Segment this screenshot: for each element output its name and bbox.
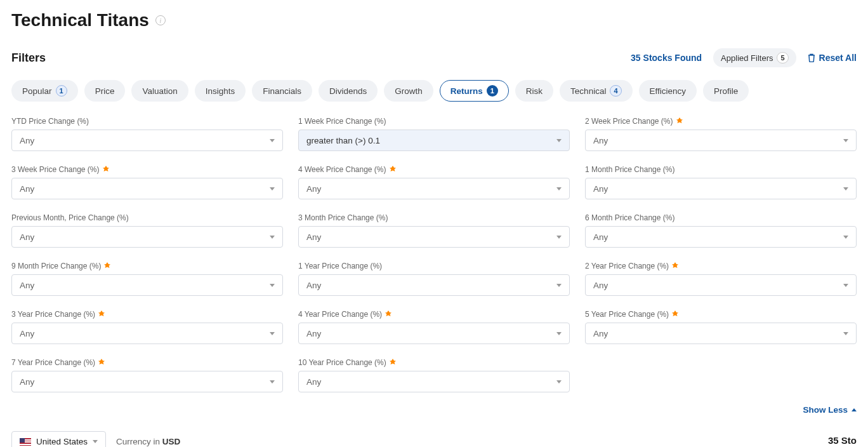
filter-label: 1 Year Price Change (%) <box>298 262 570 270</box>
filter-select[interactable]: Any <box>585 226 857 248</box>
filter-item: 1 Month Price Change (%)Any <box>585 165 857 199</box>
filter-item: 2 Week Price Change (%)Any <box>585 117 857 151</box>
premium-icon <box>671 310 679 319</box>
filter-select[interactable]: Any <box>298 371 570 392</box>
pill-label: Profile <box>714 86 738 96</box>
pill-profile[interactable]: Profile <box>703 80 749 102</box>
filter-item: 10 Year Price Change (%)Any <box>298 358 570 392</box>
filter-item: 1 Year Price Change (%)Any <box>298 262 570 296</box>
pill-financials[interactable]: Financials <box>252 80 312 102</box>
info-icon[interactable]: i <box>155 15 166 25</box>
filter-item: 1 Week Price Change (%)greater than (>) … <box>298 117 570 151</box>
filter-select[interactable]: Any <box>585 323 857 344</box>
premium-icon <box>102 165 110 174</box>
show-less-button[interactable]: Show Less <box>803 405 857 415</box>
filter-label: 5 Year Price Change (%) <box>585 310 857 319</box>
filter-select[interactable]: Any <box>11 178 283 199</box>
filter-value: Any <box>593 136 608 145</box>
pill-popular[interactable]: Popular1 <box>11 80 78 102</box>
filter-value: Any <box>20 329 34 338</box>
filter-label: 3 Month Price Change (%) <box>298 213 570 222</box>
filter-value: Any <box>20 136 34 145</box>
filter-select[interactable]: Any <box>585 130 857 151</box>
filter-value: Any <box>306 184 321 194</box>
filter-select[interactable]: Any <box>11 323 283 344</box>
chevron-up-icon <box>852 408 857 411</box>
country-select[interactable]: United States <box>11 431 106 447</box>
filter-item: 3 Month Price Change (%)Any <box>298 213 570 248</box>
pill-insights[interactable]: Insights <box>195 80 246 102</box>
pill-label: Insights <box>206 86 235 96</box>
filter-select[interactable]: Any <box>585 274 857 296</box>
filter-item: 7 Year Price Change (%)Any <box>11 358 283 392</box>
filter-label: 1 Month Price Change (%) <box>585 165 857 174</box>
chevron-down-icon <box>556 332 562 335</box>
pill-efficiency[interactable]: Efficiency <box>639 80 697 102</box>
filter-label: 3 Year Price Change (%) <box>11 310 283 319</box>
filter-select[interactable]: Any <box>585 178 857 199</box>
chevron-down-icon <box>843 284 848 287</box>
pill-label: Returns <box>450 86 483 96</box>
filter-item: 3 Year Price Change (%)Any <box>11 310 283 344</box>
chevron-down-icon <box>556 236 562 239</box>
filter-item: Previous Month, Price Change (%)Any <box>11 213 283 248</box>
premium-icon <box>103 262 111 270</box>
filter-select[interactable]: Any <box>298 323 570 344</box>
filter-value: Any <box>306 329 321 338</box>
applied-filters-pill[interactable]: Applied Filters 5 <box>713 48 796 67</box>
page-title: Technical Titans <box>11 10 149 30</box>
filter-value: greater than (>) 0.1 <box>306 136 380 145</box>
pill-label: Dividends <box>329 86 367 96</box>
filter-item: 9 Month Price Change (%)Any <box>11 262 283 296</box>
pill-returns[interactable]: Returns1 <box>440 80 509 102</box>
pill-technical[interactable]: Technical4 <box>560 80 632 102</box>
filter-value: Any <box>593 329 608 338</box>
premium-icon <box>385 310 392 319</box>
pill-label: Valuation <box>142 86 177 96</box>
reset-all-button[interactable]: Reset All <box>808 53 857 63</box>
filter-item: YTD Price Change (%)Any <box>11 117 283 151</box>
pill-growth[interactable]: Growth <box>384 80 433 102</box>
pill-dividends[interactable]: Dividends <box>319 80 378 102</box>
pill-valuation[interactable]: Valuation <box>131 80 188 102</box>
filter-label: 4 Year Price Change (%) <box>298 310 570 319</box>
filter-select[interactable]: Any <box>11 371 283 392</box>
filter-select[interactable]: Any <box>298 274 570 296</box>
filter-label: 10 Year Price Change (%) <box>298 358 570 367</box>
filter-select[interactable]: Any <box>11 274 283 296</box>
chevron-down-icon <box>843 187 848 190</box>
filter-value: Any <box>20 184 34 194</box>
filter-select[interactable]: Any <box>298 226 570 248</box>
currency-label: Currency in USD <box>116 437 180 446</box>
filter-value: Any <box>20 232 34 242</box>
filter-value: Any <box>593 281 608 290</box>
category-pills-row: Popular1PriceValuationInsightsFinancials… <box>11 80 857 102</box>
filter-select[interactable]: Any <box>11 130 283 151</box>
chevron-down-icon <box>556 139 562 142</box>
chevron-down-icon <box>843 332 848 335</box>
pill-count: 1 <box>56 85 67 97</box>
pill-risk[interactable]: Risk <box>515 80 553 102</box>
pill-label: Popular <box>22 86 52 96</box>
filter-label: 2 Year Price Change (%) <box>585 262 857 270</box>
filter-select[interactable]: Any <box>298 178 570 199</box>
filter-select[interactable]: Any <box>11 226 283 248</box>
pill-price[interactable]: Price <box>84 80 126 102</box>
chevron-down-icon <box>270 332 275 335</box>
chevron-down-icon <box>270 187 275 190</box>
premium-icon <box>671 262 679 270</box>
chevron-down-icon <box>556 187 562 190</box>
premium-icon <box>389 165 397 174</box>
premium-icon <box>389 358 397 367</box>
result-count-cutoff: 35 Sto <box>828 431 857 446</box>
pill-label: Financials <box>263 86 301 96</box>
filter-value: Any <box>20 281 34 290</box>
filter-value: Any <box>306 281 321 290</box>
chevron-down-icon <box>270 139 275 142</box>
filter-select[interactable]: greater than (>) 0.1 <box>298 130 570 151</box>
filter-item: 4 Year Price Change (%)Any <box>298 310 570 344</box>
pill-label: Price <box>95 86 115 96</box>
filter-label: 7 Year Price Change (%) <box>11 358 283 367</box>
filter-value: Any <box>20 377 34 387</box>
filter-item: 6 Month Price Change (%)Any <box>585 213 857 248</box>
